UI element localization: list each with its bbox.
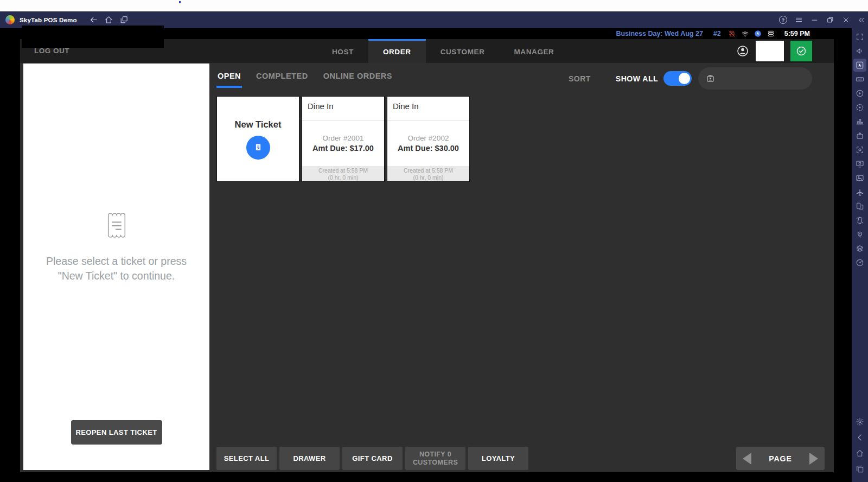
page-navigator: PAGE <box>736 447 825 470</box>
wifi-icon <box>741 30 749 38</box>
tab-online-orders[interactable]: ONLINE ORDERS <box>322 68 393 88</box>
order-number: Order #2002 <box>408 134 449 142</box>
back-icon[interactable] <box>89 15 98 24</box>
reopen-last-ticket-button[interactable]: REOPEN LAST TICKET <box>71 420 162 445</box>
tab-host[interactable]: HOST <box>317 39 368 63</box>
receipt-icon <box>104 208 129 242</box>
tab-manager[interactable]: MANAGER <box>499 39 569 63</box>
logo-placeholder[interactable] <box>756 41 784 61</box>
status-check-button[interactable] <box>790 41 812 61</box>
minimize-icon[interactable] <box>810 16 819 24</box>
pos-app-window: Business Day: Wed Aug 27 #2 5:59 PM LOG … <box>20 28 834 472</box>
menu-icon[interactable] <box>795 16 803 24</box>
nav-tabs: HOST ORDER CUSTOMER MANAGER <box>317 39 569 63</box>
desktop-dot <box>179 1 181 3</box>
empty-state-message: Please select a ticket or press "New Tic… <box>23 254 209 283</box>
screen-record-icon[interactable] <box>853 157 866 170</box>
page-label: PAGE <box>769 454 792 463</box>
loyalty-button[interactable]: LOYALTY <box>468 447 528 470</box>
tab-completed[interactable]: COMPLETED <box>255 68 309 88</box>
tabs-icon[interactable] <box>119 15 129 24</box>
clock-text: 5:59 PM <box>784 30 810 37</box>
fullscreen-icon[interactable] <box>853 30 866 43</box>
ticket-created-info: Created at 5:58 PM (0 hr, 0 min) <box>302 166 384 181</box>
show-all-toggle[interactable] <box>663 71 692 86</box>
ticket-filter-tabs: OPEN COMPLETED ONLINE ORDERS <box>216 68 393 88</box>
apk-install-icon[interactable] <box>853 129 866 142</box>
gift-card-button[interactable]: GIFT CARD <box>342 447 403 470</box>
tab-customer[interactable]: CUSTOMER <box>426 39 500 63</box>
shake-icon[interactable] <box>853 214 866 227</box>
restore-icon[interactable] <box>826 16 834 24</box>
macro-play-icon[interactable] <box>853 87 866 100</box>
page-prev-icon[interactable] <box>743 453 751 465</box>
keyboard-icon[interactable] <box>853 73 866 86</box>
amount-due: Amt Due: $30.00 <box>398 144 459 153</box>
new-ticket-card[interactable]: New Ticket <box>216 96 299 182</box>
ticket-card-2001[interactable]: Dine In Order #2001 Amt Due: $17.00 Crea… <box>302 96 385 182</box>
tab-order[interactable]: ORDER <box>368 39 426 63</box>
android-home-icon[interactable] <box>853 447 866 460</box>
order-number: Order #2001 <box>323 134 364 142</box>
desktop-strip <box>0 0 868 11</box>
printer-error-icon <box>728 30 736 38</box>
instance-number: #2 <box>713 30 721 37</box>
new-ticket-label: New Ticket <box>235 119 282 130</box>
check-circle-icon <box>795 45 807 57</box>
window-title: SkyTab POS Demo <box>20 17 77 23</box>
multi-window-icon[interactable] <box>853 200 866 213</box>
collapse-sidebar-icon[interactable] <box>858 16 866 24</box>
notify-customers-button[interactable]: NOTIFY 0 CUSTOMERS <box>405 447 465 470</box>
game-controls-cursor-icon[interactable] <box>853 59 866 72</box>
volume-icon[interactable] <box>853 45 866 58</box>
toggle-knob <box>679 73 690 84</box>
tab-open[interactable]: OPEN <box>216 68 242 88</box>
filter-controls: SORT SHOW ALL <box>569 67 812 90</box>
android-back-icon[interactable] <box>853 431 866 444</box>
webcam-icon[interactable] <box>853 228 866 241</box>
airplane-mode-icon[interactable] <box>853 186 866 199</box>
page-next-icon[interactable] <box>809 453 818 465</box>
server-stack-icon <box>767 30 775 38</box>
help-icon[interactable]: ? <box>779 16 787 24</box>
ticket-detail-panel: Please select a ticket or press "New Tic… <box>23 64 209 470</box>
location-nav-icon <box>754 30 762 38</box>
customer-search-input[interactable] <box>698 67 812 90</box>
emulator-sidebar <box>852 28 868 482</box>
performance-icon[interactable] <box>853 256 866 269</box>
ticket-type: Dine In <box>302 97 384 120</box>
home-icon[interactable] <box>104 15 113 24</box>
recent-apps-icon[interactable] <box>853 462 866 475</box>
close-icon[interactable] <box>842 16 850 24</box>
show-all-label: SHOW ALL <box>616 74 658 83</box>
account-icon[interactable] <box>736 45 749 58</box>
rotate-icon[interactable] <box>853 101 866 114</box>
new-ticket-receipt-icon <box>246 136 270 160</box>
screenshot-icon[interactable] <box>853 143 866 156</box>
amount-due: Amt Due: $17.00 <box>312 144 374 153</box>
bluestacks-logo-icon <box>5 15 15 24</box>
black-overlay <box>22 26 164 48</box>
ticket-created-info: Created at 5:58 PM (0 hr, 0 min) <box>387 166 469 181</box>
settings-gear-icon[interactable] <box>853 415 866 428</box>
ticket-card-2002[interactable]: Dine In Order #2002 Amt Due: $30.00 Crea… <box>387 96 470 182</box>
ticket-cards: New Ticket Dine In Order #2001 Amt Due: … <box>216 96 470 182</box>
select-all-button[interactable]: SELECT ALL <box>216 447 277 470</box>
ticket-type: Dine In <box>387 97 469 120</box>
media-manager-icon[interactable] <box>853 172 866 185</box>
business-day-text: Business Day: Wed Aug 27 <box>616 30 703 37</box>
sort-button[interactable]: SORT <box>569 74 591 83</box>
badge-icon <box>705 73 716 84</box>
drawer-button[interactable]: DRAWER <box>279 447 340 470</box>
action-buttons: SELECT ALL DRAWER GIFT CARD NOTIFY 0 CUS… <box>216 447 528 470</box>
farm-mode-icon[interactable] <box>853 115 866 128</box>
order-screen: Please select a ticket or press "New Tic… <box>20 63 834 472</box>
layers-icon[interactable] <box>853 242 866 255</box>
